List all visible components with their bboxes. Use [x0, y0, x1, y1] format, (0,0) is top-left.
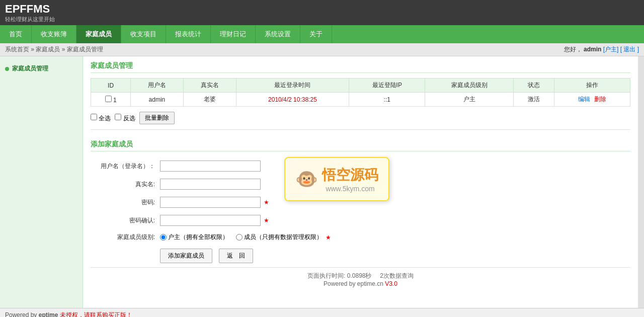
level-label: 家庭成员级别:: [92, 230, 157, 245]
col-last-login: 最近登录时间: [236, 78, 349, 93]
confirm-password-input[interactable]: [160, 215, 261, 226]
header: EPFFMS 轻松理财从这里开始: [0, 0, 644, 25]
back-button[interactable]: 返 回: [219, 249, 253, 263]
user-greeting: 您好，: [564, 46, 582, 53]
confirm-password-label: 密码确认:: [92, 212, 157, 229]
footer-bottom-powered: Powered by: [5, 311, 39, 317]
col-last-ip: 最近登陆IP: [349, 78, 425, 93]
form-row-username: 用户名（登录名）：: [92, 157, 629, 175]
form-row-password: 密码: ★: [92, 194, 629, 211]
member-section-title: 家庭成员管理: [91, 61, 630, 73]
col-actions: 操作: [554, 78, 630, 93]
row-status: 激活: [514, 93, 554, 107]
add-section-title: 添加家庭成员: [91, 140, 630, 151]
confirm-required: ★: [264, 217, 269, 224]
nav-item-accounts[interactable]: 收支账簿: [32, 25, 76, 43]
footer-stats: 页面执行时间: 0.0898秒 2次数据查询: [95, 272, 626, 280]
username-label: 用户名（登录名）：: [92, 157, 157, 175]
nav-item-reports[interactable]: 报表统计: [166, 25, 211, 43]
nav-item-items[interactable]: 收支项目: [121, 25, 166, 43]
member-star: ★: [326, 234, 331, 241]
row-level: 户主: [425, 93, 514, 107]
breadcrumb-members[interactable]: 家庭成员: [36, 46, 60, 53]
form-row-realname: 真实名:: [92, 176, 629, 193]
username-input[interactable]: [160, 161, 261, 172]
row-username: admin: [131, 93, 184, 107]
logo-area: EPFFMS 轻松理财从这里开始: [5, 3, 86, 23]
nav-item-settings[interactable]: 系统设置: [256, 25, 300, 43]
radio-member[interactable]: [236, 234, 243, 241]
nav-item-members[interactable]: 家庭成员: [76, 25, 121, 43]
col-level: 家庭成员级别: [425, 78, 514, 93]
nav-item-home[interactable]: 首页: [0, 25, 32, 43]
footer-powered: Powered by eptime.cn V3.0: [95, 280, 626, 287]
radio-owner[interactable]: [160, 234, 167, 241]
nav-item-diary[interactable]: 理财日记: [211, 25, 256, 43]
col-username: 用户名: [131, 78, 184, 93]
logout-link[interactable]: [ 退出 ]: [620, 46, 639, 53]
sidebar-dot: [5, 67, 9, 71]
main-layout: 家庭成员管理 🐵 悟空源码 www.5kym.com 家庭成员管理 ID: [0, 56, 644, 308]
app-title: EPFFMS: [5, 3, 86, 16]
main-nav: 首页 收支账簿 家庭成员 收支项目 报表统计 理财日记 系统设置 关于: [0, 25, 644, 43]
row-actions: 编辑 删除: [554, 93, 630, 107]
row-checkbox-input[interactable]: [105, 96, 112, 102]
col-id: ID: [91, 78, 131, 93]
member-table: ID 用户名 真实名 最近登录时间 最近登陆IP 家庭成员级别 状态 操作 1 …: [91, 78, 630, 107]
row-last-login: 2010/4/2 10:38:25: [236, 93, 349, 107]
form-row-confirm-password: 密码确认: ★: [92, 212, 629, 229]
select-all-label: 全选: [91, 114, 111, 123]
app-subtitle: 轻松理财从这里开始: [5, 16, 86, 23]
row-realname: 老婆: [183, 93, 236, 107]
content-area: 🐵 悟空源码 www.5kym.com 家庭成员管理 ID 用户名 真实名 最近…: [83, 56, 638, 308]
footer-version-link[interactable]: V3.0: [385, 280, 397, 287]
col-realname: 真实名: [183, 78, 236, 93]
add-member-form: 用户名（登录名）： 真实名: 密码: ★: [91, 156, 630, 267]
footer-brand: eptime: [39, 311, 58, 317]
batch-delete-button[interactable]: 批量删除: [139, 112, 175, 124]
add-member-section: 添加家庭成员 用户名（登录名）： 真实名: 密码:: [91, 140, 630, 267]
user-info: 您好， admin [户主] [ 退出 ]: [564, 45, 639, 54]
level-radio-group: 户主（拥有全部权限） 成员（只拥有数据管理权限） ★: [160, 233, 627, 242]
breadcrumb-current: 家庭成员管理: [67, 46, 103, 53]
password-input[interactable]: [160, 197, 261, 208]
password-label: 密码:: [92, 194, 157, 211]
query-count: 2次数据查询: [380, 272, 414, 279]
radio-member-text: 成员（只拥有数据管理权限）: [244, 233, 323, 242]
breadcrumb-home[interactable]: 系统首页: [5, 46, 29, 53]
row-id: 1: [113, 97, 117, 104]
nav-item-about[interactable]: 关于: [300, 25, 332, 43]
form-row-buttons: 添加家庭成员 返 回: [92, 246, 629, 266]
footer-warning: 未授权，请联系购买正版！: [60, 311, 132, 317]
footer-bottom: Powered by eptime 未授权，请联系购买正版！: [0, 308, 644, 317]
table-row: 1 admin 老婆 2010/4/2 10:38:25 ::1 户主 激活 编…: [91, 93, 630, 107]
role-link[interactable]: [户主]: [603, 46, 619, 53]
realname-input[interactable]: [160, 179, 261, 190]
breadcrumb: 系统首页 » 家庭成员 » 家庭成员管理: [5, 45, 103, 54]
realname-label: 真实名:: [92, 176, 157, 193]
breadcrumb-bar: 系统首页 » 家庭成员 » 家庭成员管理 您好， admin [户主] [ 退出…: [0, 43, 644, 56]
row-last-ip: ::1: [349, 93, 425, 107]
sidebar-item-label: 家庭成员管理: [12, 64, 48, 73]
invert-select-label: 反选: [115, 114, 135, 123]
username: admin: [584, 46, 601, 53]
delete-link[interactable]: 删除: [594, 96, 606, 103]
col-status: 状态: [514, 78, 554, 93]
password-required: ★: [264, 199, 269, 206]
invert-select-checkbox[interactable]: [115, 114, 121, 120]
page-footer: 页面执行时间: 0.0898秒 2次数据查询 Powered by eptime…: [91, 267, 630, 291]
radio-owner-text: 户主（拥有全部权限）: [168, 233, 228, 242]
edit-link[interactable]: 编辑: [578, 96, 590, 103]
radio-owner-label[interactable]: 户主（拥有全部权限）: [160, 233, 228, 242]
row-checkbox: 1: [91, 93, 131, 107]
radio-member-label[interactable]: 成员（只拥有数据管理权限） ★: [236, 233, 331, 242]
sidebar: 家庭成员管理: [0, 56, 83, 308]
sidebar-item-member-management[interactable]: 家庭成员管理: [0, 61, 83, 76]
select-all-checkbox[interactable]: [91, 114, 97, 120]
exec-time: 页面执行时间: 0.0898秒: [307, 272, 371, 279]
form-row-level: 家庭成员级别: 户主（拥有全部权限） 成员（只拥有数据管理权限） ★: [92, 230, 629, 245]
divider: [91, 129, 630, 130]
submit-button[interactable]: 添加家庭成员: [160, 249, 212, 263]
batch-bar: 全选 反选 批量删除: [91, 112, 630, 124]
scrollbar[interactable]: [638, 56, 644, 308]
